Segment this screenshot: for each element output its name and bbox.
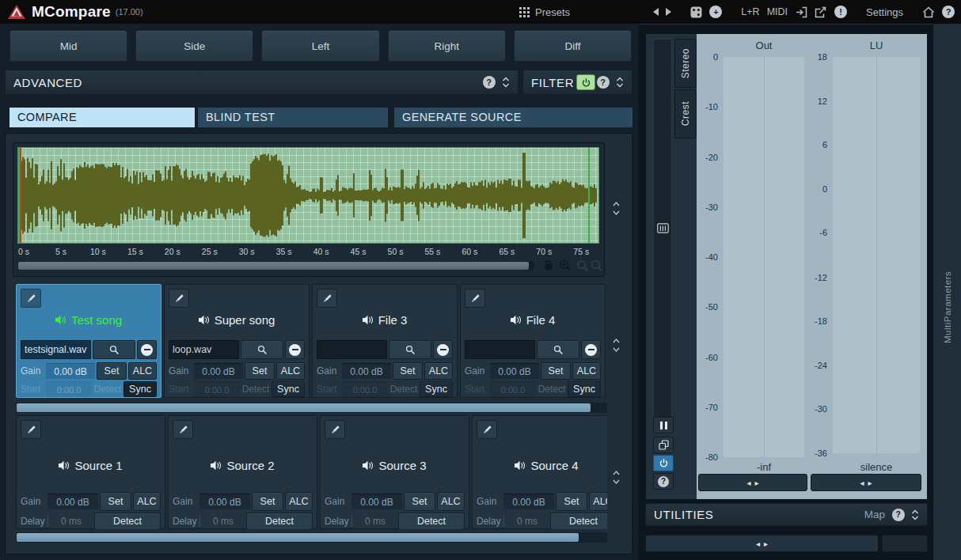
alc-button[interactable]: ALC: [589, 492, 607, 511]
set-button[interactable]: Set: [245, 362, 275, 380]
playhead-marker[interactable]: [20, 148, 21, 243]
file-slot[interactable]: Super song loop.wav Gain 0.00 dB Set ALC: [164, 284, 310, 398]
filename-field[interactable]: loop.wav: [169, 340, 239, 359]
detect-button[interactable]: Detect: [94, 513, 161, 529]
tab-generate-source[interactable]: GENERATE SOURCE: [394, 108, 632, 127]
zoom-out-button[interactable]: [576, 259, 589, 272]
slot-title[interactable]: File 4: [461, 313, 605, 327]
set-button[interactable]: Set: [404, 492, 435, 511]
meter-side-track[interactable]: [653, 39, 672, 418]
slot-title[interactable]: Source 4: [473, 459, 607, 472]
midi-label[interactable]: MIDI: [767, 6, 788, 17]
file-slots-scrollbar-thumb[interactable]: [17, 403, 591, 412]
filter-collapse-control[interactable]: [616, 76, 624, 89]
gain-value[interactable]: 0.00 dB: [490, 363, 539, 379]
slot-edit-button[interactable]: [477, 420, 497, 439]
add-preset-button[interactable]: +: [709, 6, 722, 18]
previous-preset-button[interactable]: [653, 8, 659, 16]
source-slot[interactable]: Source 3 Gain 0.00 dB Set ALC Delay 0 ms…: [320, 415, 469, 529]
slot-edit-button[interactable]: [21, 289, 41, 308]
side-tab-stereo[interactable]: Stereo: [674, 39, 697, 88]
alert-button[interactable]: !: [834, 6, 847, 18]
waveform-size-spinner[interactable]: [610, 201, 622, 216]
loop-end-marker[interactable]: [588, 148, 590, 243]
slot-edit-button[interactable]: [173, 420, 193, 439]
waveform-scrollbar-thumb[interactable]: [18, 262, 529, 270]
utilities-panel-header[interactable]: UTILITIES Map ?: [645, 503, 928, 526]
sync-button[interactable]: Sync: [272, 381, 305, 397]
source-slot[interactable]: Source 1 Gain 0.00 dB Set ALC Delay 0 ms…: [16, 415, 165, 529]
filename-field[interactable]: [465, 340, 535, 359]
advanced-panel-header[interactable]: ADVANCED ?: [5, 70, 518, 95]
detect-button[interactable]: Detect: [398, 513, 465, 529]
slot-title[interactable]: Source 3: [321, 459, 469, 472]
remove-button[interactable]: [285, 340, 305, 359]
filename-field[interactable]: testsignal.wav: [21, 340, 91, 359]
detect-button[interactable]: Detect: [246, 513, 313, 529]
channel-mode-label[interactable]: L+R: [741, 6, 759, 17]
slot-edit-button[interactable]: [317, 289, 337, 308]
gain-value[interactable]: 0.00 dB: [342, 363, 391, 379]
advanced-collapse-control[interactable]: [502, 76, 510, 89]
sync-button[interactable]: Sync: [420, 381, 453, 397]
alc-button[interactable]: ALC: [276, 362, 305, 380]
gain-value[interactable]: 0.00 dB: [351, 494, 402, 509]
side-tab-crest[interactable]: Crest: [674, 89, 697, 138]
detach-window-button[interactable]: [653, 437, 674, 453]
meter-power-button[interactable]: [653, 455, 674, 471]
filter-help-button[interactable]: ?: [597, 76, 610, 89]
set-button[interactable]: Set: [393, 362, 423, 380]
remove-button[interactable]: [137, 340, 157, 359]
gain-value[interactable]: 0.00 dB: [46, 363, 95, 379]
waveform-scrollbar[interactable]: [17, 261, 534, 271]
out-meter-range-handle[interactable]: ◂▸: [698, 474, 807, 491]
gain-value[interactable]: 0.00 dB: [503, 494, 554, 509]
pause-button[interactable]: [653, 417, 674, 433]
randomize-dice-button[interactable]: [690, 6, 702, 18]
import-settings-icon[interactable]: [795, 6, 807, 18]
channel-button-diff[interactable]: Diff: [514, 30, 632, 62]
delay-value[interactable]: 0 ms: [506, 513, 549, 529]
browse-button[interactable]: [93, 340, 135, 359]
source-slots-scrollbar[interactable]: [16, 532, 607, 543]
channel-button-side[interactable]: Side: [135, 30, 253, 62]
source-slots-scrollbar-thumb[interactable]: [17, 533, 579, 542]
file-slots-spinner[interactable]: [610, 338, 622, 353]
meter-help-button[interactable]: ?: [653, 473, 674, 490]
home-button[interactable]: [922, 6, 935, 18]
slot-title[interactable]: Test song: [17, 313, 161, 327]
gain-value[interactable]: 0.00 dB: [199, 494, 250, 509]
slot-edit-button[interactable]: [325, 420, 345, 439]
slot-edit-button[interactable]: [21, 420, 41, 439]
sync-button[interactable]: Sync: [568, 381, 601, 397]
delay-value[interactable]: 0 ms: [50, 513, 93, 529]
zoom-all-button[interactable]: [591, 259, 603, 272]
presets-button[interactable]: Presets: [519, 6, 570, 18]
export-settings-icon[interactable]: [815, 6, 827, 18]
alc-button[interactable]: ALC: [128, 362, 157, 380]
alc-button[interactable]: ALC: [285, 492, 313, 511]
delay-value[interactable]: 0 ms: [354, 513, 397, 529]
slot-edit-button[interactable]: [169, 289, 189, 308]
file-slot[interactable]: File 3 Gain 0.00 dB Set ALC Start: [312, 284, 458, 398]
map-label[interactable]: Map: [864, 509, 885, 520]
lock-zoom-button[interactable]: [543, 259, 554, 271]
source-slot[interactable]: Source 4 Gain 0.00 dB Set ALC Delay 0 ms…: [472, 415, 607, 529]
multiparameters-strip[interactable]: MultiParameters: [933, 24, 961, 560]
lu-meter-range-handle[interactable]: ◂▸: [811, 474, 921, 491]
tab-blind-test[interactable]: BLIND TEST: [198, 108, 388, 127]
set-button[interactable]: Set: [541, 362, 571, 380]
alc-button[interactable]: ALC: [424, 362, 453, 380]
browse-button[interactable]: [389, 340, 431, 359]
browse-button[interactable]: [537, 340, 579, 359]
slot-title[interactable]: Source 1: [17, 459, 165, 472]
sync-button[interactable]: Sync: [123, 381, 157, 397]
source-slot[interactable]: Source 2 Gain 0.00 dB Set ALC Delay 0 ms…: [168, 415, 317, 529]
remove-button[interactable]: [581, 340, 601, 359]
channel-button-mid[interactable]: Mid: [9, 30, 127, 62]
help-button[interactable]: ?: [942, 6, 955, 18]
next-preset-button[interactable]: [666, 8, 671, 16]
channel-button-right[interactable]: Right: [388, 30, 506, 62]
slot-title[interactable]: Super song: [165, 313, 309, 327]
utilities-collapse-control[interactable]: [911, 509, 919, 521]
